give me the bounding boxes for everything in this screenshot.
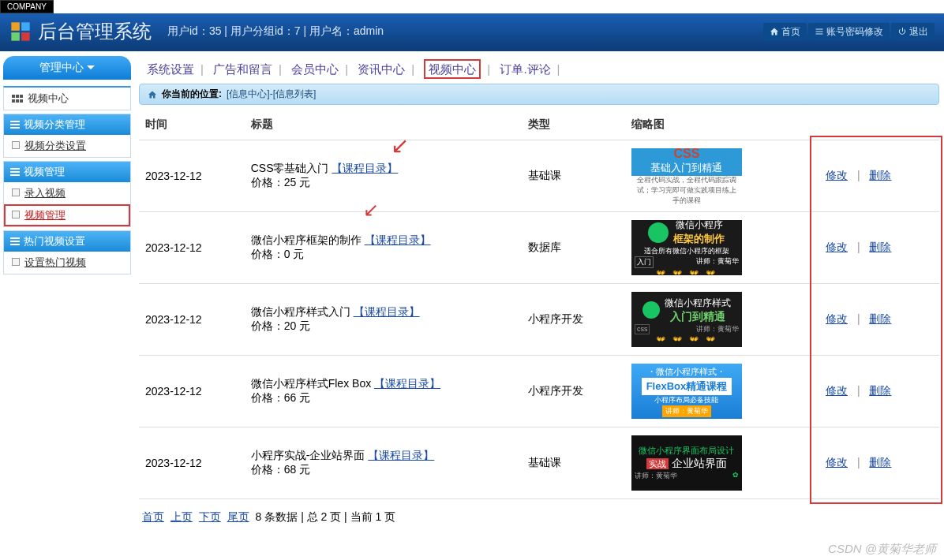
cell-title: 微信小程序样式入门 【课程目录】 价格：20 元 xyxy=(245,284,522,356)
svg-rect-10 xyxy=(10,121,20,122)
sidebar-tab-admin[interactable]: 管理中心 xyxy=(3,56,131,80)
company-tag: COMPANY xyxy=(0,0,54,13)
cell-thumb: ・微信小程序样式・FlexBox精通课程小程序布局必备技能讲师：黄菊华 xyxy=(625,356,813,427)
svg-rect-17 xyxy=(10,241,20,242)
pager-last[interactable]: 尾页 xyxy=(227,510,249,523)
table-row: 2023-12-12 CSS零基础入门 【课程目录】 价格：25 元 基础课 C… xyxy=(139,140,939,212)
thumbnail: 微信小程序样式入门到精通css讲师：黄菊华👐 👐 👐 👐 xyxy=(631,292,742,347)
nav-system[interactable]: 系统设置 xyxy=(147,62,194,76)
cell-time: 2023-12-12 xyxy=(139,427,245,499)
nav-ads[interactable]: 广告和留言 xyxy=(213,62,272,76)
sidebar-item-cat-setting[interactable]: 视频分类设置 xyxy=(4,135,130,157)
annotation-arrow: ↙ xyxy=(391,133,409,159)
th-title: 标题 xyxy=(245,110,522,140)
delete-link[interactable]: 删除 xyxy=(869,456,891,469)
svg-rect-3 xyxy=(21,32,29,40)
delete-link[interactable]: 删除 xyxy=(869,312,891,325)
nav-order[interactable]: 订单.评论 xyxy=(500,62,550,76)
edit-link[interactable]: 修改 xyxy=(826,456,848,469)
bars-icon xyxy=(10,167,20,177)
edit-link[interactable]: 修改 xyxy=(826,384,848,397)
svg-rect-16 xyxy=(10,237,20,239)
th-time: 时间 xyxy=(139,110,245,140)
svg-rect-7 xyxy=(12,99,15,103)
video-table: 时间 标题 类型 缩略图 2023-12-12 CSS零基础入门 【课程目录】 … xyxy=(139,110,939,499)
cell-thumb: 微信小程序界面布局设计实战 企业站界面讲师：黄菊华✿ xyxy=(625,427,813,499)
cell-thumb: 微信小程序框架的制作适合所有微信小程序的框架入门讲师：黄菊华👐 👐 👐 👐 xyxy=(625,212,813,284)
svg-rect-12 xyxy=(10,127,20,129)
home-button[interactable]: 首页 xyxy=(763,23,807,41)
cell-time: 2023-12-12 xyxy=(139,140,245,212)
home-icon xyxy=(148,90,157,99)
menu-head-video[interactable]: 视频管理 xyxy=(4,162,130,182)
svg-rect-2 xyxy=(11,32,19,40)
cell-actions: 修改 | 删除 xyxy=(813,427,939,499)
top-nav: 系统设置| 广告和留言| 会员中心| 资讯中心| 视频中心| 订单.评论| xyxy=(139,56,939,84)
header-bar: 后台管理系统 用户id：35 | 用户分组id：7 | 用户名：admin 首页… xyxy=(0,13,944,51)
pager-next[interactable]: 下页 xyxy=(199,510,221,523)
svg-rect-15 xyxy=(10,174,20,176)
logo-icon xyxy=(9,21,32,43)
svg-rect-1 xyxy=(21,22,29,30)
catalog-link[interactable]: 【课程目录】 xyxy=(332,162,398,174)
catalog-link[interactable]: 【课程目录】 xyxy=(365,233,431,246)
sidebar-item-set-hot[interactable]: 设置热门视频 xyxy=(4,252,130,274)
table-row: 2023-12-12 小程序实战-企业站界面 【课程目录】 价格：68 元 基础… xyxy=(139,427,939,499)
logout-button[interactable]: 退出 xyxy=(891,23,935,41)
table-row: 2023-12-12 微信小程序样式Flex Box 【课程目录】 价格：66 … xyxy=(139,356,939,427)
nav-member[interactable]: 会员中心 xyxy=(291,62,339,76)
cell-time: 2023-12-12 xyxy=(139,284,245,356)
sidebar-item-manage-video[interactable]: 视频管理 xyxy=(4,204,130,226)
main-content: 系统设置| 广告和留言| 会员中心| 资讯中心| 视频中心| 订单.评论| 你当… xyxy=(134,51,944,540)
cell-actions: 修改 | 删除 xyxy=(813,356,939,427)
app-title: 后台管理系统 xyxy=(38,19,152,44)
thumbnail: 微信小程序界面布局设计实战 企业站界面讲师：黄菊华✿ xyxy=(631,435,742,491)
catalog-link[interactable]: 【课程目录】 xyxy=(374,377,440,390)
cell-type: 小程序开发 xyxy=(522,356,625,427)
cell-title: CSS零基础入门 【课程目录】 价格：25 元 xyxy=(245,140,522,212)
svg-rect-9 xyxy=(20,99,23,103)
nav-news[interactable]: 资讯中心 xyxy=(358,62,405,76)
svg-rect-13 xyxy=(10,168,20,170)
delete-link[interactable]: 删除 xyxy=(869,169,891,181)
svg-rect-5 xyxy=(16,95,19,98)
pager-prev[interactable]: 上页 xyxy=(170,510,193,523)
delete-link[interactable]: 删除 xyxy=(869,241,891,253)
edit-link[interactable]: 修改 xyxy=(826,312,848,325)
menu-head-category[interactable]: 视频分类管理 xyxy=(4,114,130,135)
annotation-arrow: ↙ xyxy=(363,199,379,221)
cell-time: 2023-12-12 xyxy=(139,212,245,284)
svg-rect-6 xyxy=(20,95,23,98)
table-row: 2023-12-12 微信小程序框架的制作 【课程目录】 价格：0 元 数据库 … xyxy=(139,212,939,284)
th-thumb: 缩略图 xyxy=(625,110,813,140)
nav-video[interactable]: 视频中心 xyxy=(424,59,481,79)
delete-link[interactable]: 删除 xyxy=(869,384,891,397)
cell-type: 基础课 xyxy=(522,427,625,499)
edit-link[interactable]: 修改 xyxy=(826,169,848,181)
sidebar-sub-video[interactable]: 视频中心 xyxy=(3,86,131,110)
edit-link[interactable]: 修改 xyxy=(826,241,848,253)
menu-head-hot[interactable]: 热门视频设置 xyxy=(4,231,130,252)
user-info: 用户id：35 | 用户分组id：7 | 用户名：admin xyxy=(167,24,384,39)
svg-rect-18 xyxy=(10,244,20,245)
th-type: 类型 xyxy=(522,110,625,140)
bars-icon xyxy=(10,120,20,129)
th-actions xyxy=(813,110,939,140)
pager-info: 8 条数据 | 总 2 页 | 当前 1 页 xyxy=(256,510,396,523)
change-password-button[interactable]: 账号密码修改 xyxy=(808,23,890,41)
catalog-link[interactable]: 【课程目录】 xyxy=(354,305,420,318)
pager: 首页 上页 下页 尾页 8 条数据 | 总 2 页 | 当前 1 页 xyxy=(139,499,939,536)
catalog-link[interactable]: 【课程目录】 xyxy=(368,449,434,461)
pager-first[interactable]: 首页 xyxy=(142,510,164,523)
bars-icon xyxy=(10,237,20,246)
cell-time: 2023-12-12 xyxy=(139,356,245,427)
thumbnail: CSS基础入门到精通全程代码实战，全程代码跟踪调试；学习完即可做实践项目练上手的… xyxy=(631,148,742,203)
svg-rect-8 xyxy=(16,99,19,103)
menu-group-category: 视频分类管理 视频分类设置 xyxy=(3,114,131,158)
svg-rect-4 xyxy=(12,95,15,98)
sidebar-item-add-video[interactable]: 录入视频 xyxy=(4,182,130,204)
menu-group-hot: 热门视频设置 设置热门视频 xyxy=(3,230,131,274)
svg-rect-0 xyxy=(11,22,19,30)
cell-actions: 修改 | 删除 xyxy=(813,140,939,212)
svg-rect-14 xyxy=(10,171,20,173)
